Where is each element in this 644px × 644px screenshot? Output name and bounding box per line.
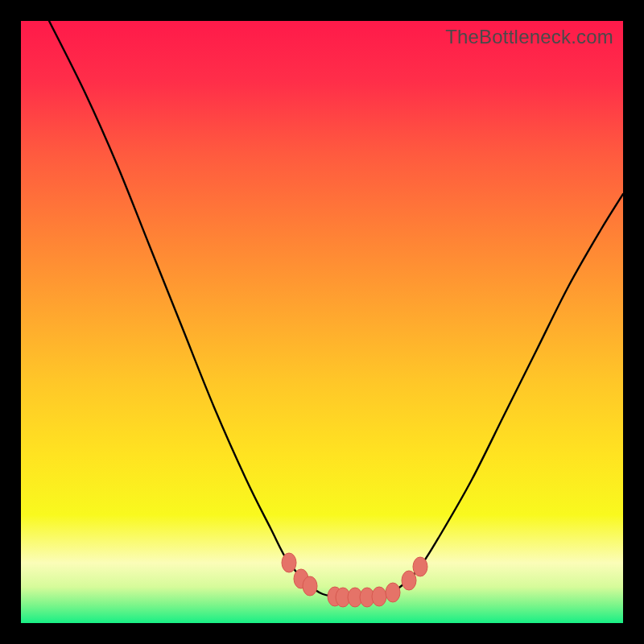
curve-marker: [413, 557, 427, 576]
bottleneck-curve: [49, 21, 623, 598]
curve-marker: [372, 587, 386, 606]
chart-frame: TheBottleneck.com: [0, 0, 644, 644]
curve-marker: [303, 576, 317, 596]
curve-markers: [282, 553, 427, 607]
curve-marker: [282, 553, 296, 572]
curve-marker: [402, 571, 416, 590]
curve-marker: [386, 583, 400, 602]
curve-layer: [21, 21, 623, 623]
plot-area: TheBottleneck.com: [21, 21, 623, 623]
